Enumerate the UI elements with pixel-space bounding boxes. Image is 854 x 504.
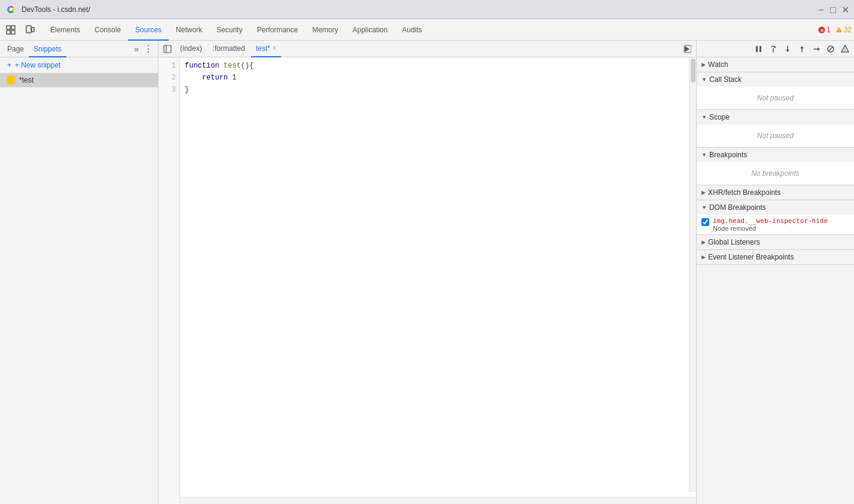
right-sidebar: ! ▶ Watch ▼ Call Stack Not paused ▼ bbox=[696, 41, 854, 504]
deactivate-breakpoints-button[interactable] bbox=[824, 42, 837, 56]
pause-button[interactable] bbox=[752, 42, 765, 56]
nav-tab-memory[interactable]: Memory bbox=[305, 19, 345, 41]
call-stack-not-paused: Not paused bbox=[702, 89, 849, 107]
sidebar-menu-button[interactable]: ⋮ bbox=[141, 43, 155, 54]
nav-icons bbox=[2, 22, 38, 38]
xhr-triangle-icon: ▶ bbox=[702, 190, 706, 196]
dom-breakpoints-header[interactable]: ▼ DOM Breakpoints bbox=[697, 200, 854, 215]
nav-tab-sources[interactable]: Sources bbox=[128, 19, 169, 41]
new-snippet-label: + New snippet bbox=[15, 61, 60, 69]
sidebar-toggle-button[interactable] bbox=[161, 42, 174, 56]
snippet-item-test[interactable]: *test bbox=[0, 73, 158, 87]
run-icon bbox=[683, 45, 691, 53]
nav-tab-network[interactable]: Network bbox=[169, 19, 209, 41]
editor-tab-test[interactable]: test* × bbox=[251, 41, 281, 57]
svg-marker-26 bbox=[818, 47, 820, 51]
call-stack-header[interactable]: ▼ Call Stack bbox=[697, 72, 854, 87]
step-over-button[interactable] bbox=[767, 42, 780, 56]
nav-tab-security[interactable]: Security bbox=[209, 19, 249, 41]
xhr-breakpoints-header[interactable]: ▶ XHR/fetch Breakpoints bbox=[697, 185, 854, 200]
device-toolbar-button[interactable] bbox=[22, 22, 38, 38]
plus-icon: + bbox=[7, 61, 11, 69]
step-out-button[interactable] bbox=[795, 42, 809, 56]
svg-marker-22 bbox=[786, 50, 789, 52]
nav-tab-application[interactable]: Application bbox=[346, 19, 395, 41]
run-snippet-button[interactable] bbox=[681, 42, 694, 56]
pause-exception-icon: ! bbox=[841, 45, 849, 53]
svg-rect-13 bbox=[164, 45, 171, 53]
error-icon: ✕ bbox=[818, 26, 825, 33]
step-icon bbox=[812, 45, 821, 53]
global-listeners-header[interactable]: ▶ Global Listeners bbox=[697, 235, 854, 249]
svg-text:!: ! bbox=[844, 47, 846, 51]
pause-icon bbox=[755, 45, 763, 53]
snippet-file-icon bbox=[7, 76, 16, 84]
warn-badge: ! 32 bbox=[835, 26, 852, 34]
error-badge: ✕ 1 bbox=[818, 26, 831, 34]
editor-tab-index-label: (index) bbox=[180, 44, 202, 53]
dom-triangle-icon: ▼ bbox=[702, 204, 707, 210]
dom-breakpoint-item: img.head.__web-inspector-hide Node remov… bbox=[697, 215, 854, 234]
svg-point-1 bbox=[10, 8, 13, 11]
svg-rect-7 bbox=[32, 28, 34, 32]
debug-toolbar: ! bbox=[697, 41, 854, 57]
pause-on-exception-button[interactable]: ! bbox=[838, 42, 852, 56]
maximize-button[interactable]: □ bbox=[829, 5, 837, 14]
warning-icon: ! bbox=[835, 26, 843, 33]
step-into-button[interactable] bbox=[781, 42, 794, 56]
sidebar-toggle-icon bbox=[163, 45, 172, 53]
sidebar-more-button[interactable]: » bbox=[132, 44, 141, 54]
editor-tab-test-close[interactable]: × bbox=[273, 45, 276, 51]
event-listener-breakpoints-header[interactable]: ▶ Event Listener Breakpoints bbox=[697, 250, 854, 264]
nav-tab-performance[interactable]: Performance bbox=[249, 19, 305, 41]
sidebar-tab-page[interactable]: Page bbox=[2, 41, 29, 57]
dom-breakpoint-checkbox[interactable] bbox=[702, 218, 709, 226]
dom-breakpoints-section: ▼ DOM Breakpoints img.head.__web-inspect… bbox=[697, 200, 854, 235]
watch-label: Watch bbox=[708, 60, 728, 69]
nav-bar-right: ✕ 1 ! 32 bbox=[818, 26, 852, 34]
nav-tab-elements[interactable]: Elements bbox=[43, 19, 87, 41]
deactivate-icon bbox=[826, 45, 835, 53]
editor-scrollbar[interactable] bbox=[689, 57, 696, 492]
svg-rect-18 bbox=[760, 46, 761, 52]
breakpoints-section: ▼ Breakpoints No breakpoints bbox=[697, 148, 854, 185]
chrome-logo-icon bbox=[5, 4, 17, 16]
editor-tab-formatted-label: :formatted bbox=[213, 44, 245, 53]
svg-rect-2 bbox=[7, 26, 10, 29]
step-out-icon bbox=[798, 45, 806, 53]
editor-tab-index[interactable]: (index) bbox=[175, 41, 207, 57]
editor-scroll-thumb bbox=[691, 59, 696, 83]
global-listeners-section: ▶ Global Listeners bbox=[697, 235, 854, 250]
call-stack-body: Not paused bbox=[697, 87, 854, 109]
inspect-element-button[interactable] bbox=[2, 22, 19, 38]
main-layout: Page Snippets » ⋮ + + New snippet *test bbox=[0, 41, 854, 504]
sidebar-tab-snippets[interactable]: Snippets bbox=[29, 41, 66, 57]
code-content[interactable]: function test(){ return 1 } bbox=[180, 57, 696, 504]
svg-rect-3 bbox=[7, 30, 10, 34]
scope-not-paused: Not paused bbox=[702, 127, 849, 145]
call-stack-triangle-icon: ▼ bbox=[702, 77, 707, 83]
scope-header[interactable]: ▼ Scope bbox=[697, 110, 854, 124]
step-over-icon bbox=[769, 45, 777, 53]
global-listeners-triangle-icon: ▶ bbox=[702, 239, 706, 245]
scope-triangle-icon: ▼ bbox=[702, 114, 707, 120]
window-title: DevTools - i.csdn.net/ bbox=[22, 5, 812, 14]
editor-tab-formatted[interactable]: :formatted bbox=[208, 41, 250, 57]
dom-breakpoints-label: DOM Breakpoints bbox=[709, 203, 766, 212]
svg-line-28 bbox=[828, 47, 833, 51]
device-icon bbox=[25, 25, 35, 35]
editor-tab-test-label: test* bbox=[256, 44, 270, 53]
editor-tabs: (index) :formatted test* × bbox=[158, 41, 696, 57]
watch-header[interactable]: ▶ Watch bbox=[697, 57, 854, 72]
line-numbers: 1 2 3 bbox=[158, 57, 180, 504]
nav-tab-audits[interactable]: Audits bbox=[395, 19, 429, 41]
svg-marker-15 bbox=[685, 46, 690, 52]
minimize-button[interactable]: − bbox=[817, 5, 825, 14]
editor-hscrollbar[interactable] bbox=[180, 497, 696, 504]
breakpoints-header[interactable]: ▼ Breakpoints bbox=[697, 148, 854, 162]
new-snippet-button[interactable]: + + New snippet bbox=[0, 57, 158, 73]
close-button[interactable]: ✕ bbox=[841, 5, 849, 14]
code-editor[interactable]: 1 2 3 function test(){ return 1 } bbox=[158, 57, 696, 504]
nav-tab-console[interactable]: Console bbox=[87, 19, 128, 41]
step-button[interactable] bbox=[810, 42, 823, 56]
